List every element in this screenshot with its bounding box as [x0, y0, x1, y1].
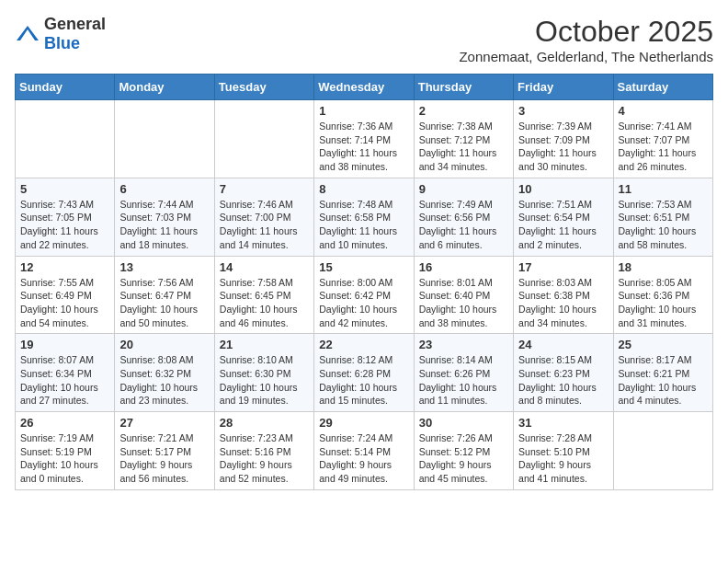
day-number: 27 — [119, 416, 209, 430]
day-info: Sunrise: 7:39 AMSunset: 7:09 PMDaylight:… — [518, 120, 608, 174]
day-info: Sunrise: 7:55 AMSunset: 6:49 PMDaylight:… — [20, 276, 109, 330]
day-number: 13 — [119, 260, 209, 274]
calendar-header-row: SundayMondayTuesdayWednesdayThursdayFrid… — [16, 75, 713, 100]
day-number: 10 — [518, 182, 608, 196]
calendar-cell: 4Sunrise: 7:41 AMSunset: 7:07 PMDaylight… — [613, 100, 712, 178]
calendar-cell — [115, 100, 214, 178]
day-info: Sunrise: 8:17 AMSunset: 6:21 PMDaylight:… — [619, 353, 708, 408]
day-of-week-header: Thursday — [414, 75, 513, 100]
day-info: Sunrise: 7:26 AMSunset: 5:12 PMDaylight:… — [419, 431, 508, 486]
day-number: 7 — [220, 182, 309, 196]
day-of-week-header: Wednesday — [314, 75, 414, 100]
calendar-cell: 7Sunrise: 7:46 AMSunset: 7:00 PMDaylight… — [214, 178, 313, 256]
calendar-cell: 30Sunrise: 7:26 AMSunset: 5:12 PMDayligh… — [414, 412, 513, 490]
day-number: 6 — [119, 182, 209, 196]
day-number: 24 — [518, 338, 608, 351]
day-info: Sunrise: 7:41 AMSunset: 7:07 PMDaylight:… — [619, 120, 708, 174]
calendar-cell: 29Sunrise: 7:24 AMSunset: 5:14 PMDayligh… — [314, 412, 414, 490]
day-number: 17 — [518, 260, 608, 274]
calendar-cell: 10Sunrise: 7:51 AMSunset: 6:54 PMDayligh… — [514, 178, 613, 256]
day-info: Sunrise: 7:44 AMSunset: 7:03 PMDaylight:… — [119, 198, 209, 252]
calendar-cell — [16, 100, 115, 178]
calendar-cell: 20Sunrise: 8:08 AMSunset: 6:32 PMDayligh… — [115, 334, 214, 412]
day-info: Sunrise: 8:14 AMSunset: 6:26 PMDaylight:… — [419, 353, 508, 408]
day-number: 29 — [319, 416, 408, 430]
calendar-cell: 12Sunrise: 7:55 AMSunset: 6:49 PMDayligh… — [16, 256, 115, 334]
day-number: 23 — [419, 338, 508, 351]
day-number: 3 — [518, 104, 608, 118]
day-info: Sunrise: 7:53 AMSunset: 6:51 PMDaylight:… — [619, 198, 708, 252]
calendar-week-row: 12Sunrise: 7:55 AMSunset: 6:49 PMDayligh… — [16, 256, 713, 334]
day-number: 8 — [319, 182, 408, 196]
day-of-week-header: Friday — [514, 75, 613, 100]
day-number: 16 — [419, 260, 508, 274]
calendar-week-row: 26Sunrise: 7:19 AMSunset: 5:19 PMDayligh… — [16, 412, 713, 490]
day-of-week-header: Sunday — [16, 75, 115, 100]
title-section: October 2025 Zonnemaat, Gelderland, The … — [459, 15, 713, 64]
day-info: Sunrise: 8:12 AMSunset: 6:28 PMDaylight:… — [319, 353, 408, 408]
day-info: Sunrise: 7:21 AMSunset: 5:17 PMDaylight:… — [119, 431, 209, 486]
logo-text-blue: Blue — [44, 34, 80, 52]
calendar-cell: 3Sunrise: 7:39 AMSunset: 7:09 PMDaylight… — [514, 100, 613, 178]
calendar-cell: 28Sunrise: 7:23 AMSunset: 5:16 PMDayligh… — [214, 412, 313, 490]
day-info: Sunrise: 7:46 AMSunset: 7:00 PMDaylight:… — [220, 198, 309, 252]
day-info: Sunrise: 7:56 AMSunset: 6:47 PMDaylight:… — [119, 276, 209, 330]
day-number: 21 — [220, 338, 309, 351]
calendar-cell: 27Sunrise: 7:21 AMSunset: 5:17 PMDayligh… — [115, 412, 214, 490]
day-info: Sunrise: 7:43 AMSunset: 7:05 PMDaylight:… — [20, 198, 109, 252]
logo-text-general: General — [44, 15, 106, 33]
logo: General Blue — [15, 15, 106, 53]
calendar-cell: 11Sunrise: 7:53 AMSunset: 6:51 PMDayligh… — [613, 178, 712, 256]
calendar-cell: 23Sunrise: 8:14 AMSunset: 6:26 PMDayligh… — [414, 334, 513, 412]
day-info: Sunrise: 7:36 AMSunset: 7:14 PMDaylight:… — [319, 120, 408, 174]
day-of-week-header: Tuesday — [214, 75, 313, 100]
day-info: Sunrise: 8:15 AMSunset: 6:23 PMDaylight:… — [518, 353, 608, 408]
day-info: Sunrise: 7:48 AMSunset: 6:58 PMDaylight:… — [319, 198, 408, 252]
day-info: Sunrise: 7:24 AMSunset: 5:14 PMDaylight:… — [319, 431, 408, 486]
day-number: 2 — [419, 104, 508, 118]
day-info: Sunrise: 7:38 AMSunset: 7:12 PMDaylight:… — [419, 120, 508, 174]
day-info: Sunrise: 7:51 AMSunset: 6:54 PMDaylight:… — [518, 198, 608, 252]
logo-icon — [15, 24, 40, 44]
day-number: 20 — [119, 338, 209, 351]
day-number: 28 — [220, 416, 309, 430]
day-number: 1 — [319, 104, 408, 118]
calendar-cell: 18Sunrise: 8:05 AMSunset: 6:36 PMDayligh… — [613, 256, 712, 334]
calendar-cell: 17Sunrise: 8:03 AMSunset: 6:38 PMDayligh… — [514, 256, 613, 334]
calendar-cell: 8Sunrise: 7:48 AMSunset: 6:58 PMDaylight… — [314, 178, 414, 256]
day-number: 12 — [20, 260, 109, 274]
day-number: 18 — [619, 260, 708, 274]
calendar-week-row: 1Sunrise: 7:36 AMSunset: 7:14 PMDaylight… — [16, 100, 713, 178]
calendar-cell: 31Sunrise: 7:28 AMSunset: 5:10 PMDayligh… — [514, 412, 613, 490]
day-number: 30 — [419, 416, 508, 430]
day-number: 15 — [319, 260, 408, 274]
calendar-cell: 16Sunrise: 8:01 AMSunset: 6:40 PMDayligh… — [414, 256, 513, 334]
calendar-cell: 1Sunrise: 7:36 AMSunset: 7:14 PMDaylight… — [314, 100, 414, 178]
calendar-cell: 6Sunrise: 7:44 AMSunset: 7:03 PMDaylight… — [115, 178, 214, 256]
day-number: 14 — [220, 260, 309, 274]
day-info: Sunrise: 8:05 AMSunset: 6:36 PMDaylight:… — [619, 276, 708, 330]
day-number: 11 — [619, 182, 708, 196]
calendar-week-row: 5Sunrise: 7:43 AMSunset: 7:05 PMDaylight… — [16, 178, 713, 256]
calendar-cell: 21Sunrise: 8:10 AMSunset: 6:30 PMDayligh… — [214, 334, 313, 412]
day-info: Sunrise: 7:49 AMSunset: 6:56 PMDaylight:… — [419, 198, 508, 252]
day-number: 31 — [518, 416, 608, 430]
day-of-week-header: Monday — [115, 75, 214, 100]
day-number: 22 — [319, 338, 408, 351]
day-number: 19 — [20, 338, 109, 351]
day-number: 9 — [419, 182, 508, 196]
day-number: 25 — [619, 338, 708, 351]
day-number: 4 — [619, 104, 708, 118]
calendar-cell: 5Sunrise: 7:43 AMSunset: 7:05 PMDaylight… — [16, 178, 115, 256]
location-subtitle: Zonnemaat, Gelderland, The Netherlands — [459, 49, 713, 64]
calendar-cell: 22Sunrise: 8:12 AMSunset: 6:28 PMDayligh… — [314, 334, 414, 412]
day-info: Sunrise: 8:07 AMSunset: 6:34 PMDaylight:… — [20, 353, 109, 408]
day-of-week-header: Saturday — [613, 75, 712, 100]
day-info: Sunrise: 8:00 AMSunset: 6:42 PMDaylight:… — [319, 276, 408, 330]
calendar-cell — [214, 100, 313, 178]
calendar-cell: 2Sunrise: 7:38 AMSunset: 7:12 PMDaylight… — [414, 100, 513, 178]
calendar-table: SundayMondayTuesdayWednesdayThursdayFrid… — [15, 74, 713, 490]
day-info: Sunrise: 8:10 AMSunset: 6:30 PMDaylight:… — [220, 353, 309, 408]
calendar-cell: 15Sunrise: 8:00 AMSunset: 6:42 PMDayligh… — [314, 256, 414, 334]
day-info: Sunrise: 8:01 AMSunset: 6:40 PMDaylight:… — [419, 276, 508, 330]
